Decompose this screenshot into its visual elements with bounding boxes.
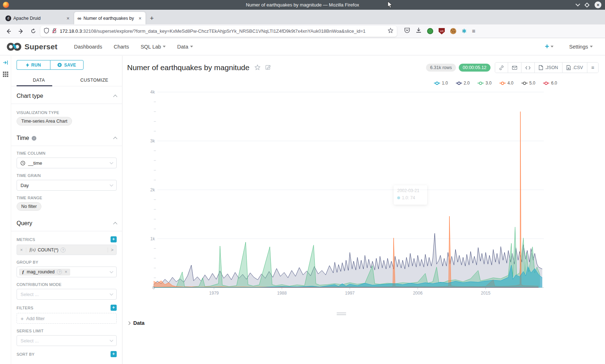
legend-label: 4.0: [507, 81, 514, 86]
time-grain-label: TIME GRAIN: [17, 173, 117, 178]
chevron-down-icon: [110, 338, 113, 342]
close-icon[interactable]: ×: [595, 1, 601, 8]
legend-marker-icon: [456, 82, 462, 85]
reload-button[interactable]: [28, 26, 38, 36]
brand-name: Superset: [24, 42, 57, 51]
remove-metric-icon[interactable]: ×: [17, 247, 26, 252]
legend-item[interactable]: 3.0: [478, 81, 492, 86]
time-column-value: __time: [28, 160, 42, 166]
save-button[interactable]: SAVE: [50, 60, 84, 70]
chevron-up-icon: [113, 137, 117, 141]
data-panel-toggle[interactable]: Data: [127, 320, 144, 326]
section-chart-type[interactable]: Chart type: [17, 86, 117, 104]
minimize-icon[interactable]: [575, 2, 580, 6]
ublock-extension-icon[interactable]: U0: [439, 28, 445, 35]
superset-logo[interactable]: Superset: [6, 42, 57, 51]
groupby-pill[interactable]: ƒ mag_rounded ? ×: [19, 269, 70, 276]
groupby-label: GROUP BY: [17, 260, 117, 264]
download-icon[interactable]: [416, 27, 422, 35]
time-range-pill[interactable]: No filter: [17, 202, 41, 211]
edit-pencil-icon[interactable]: [265, 64, 271, 71]
time-column-select[interactable]: __time: [17, 158, 117, 168]
time-column-label: TIME COLUMN: [17, 151, 117, 155]
chart-actions-group: .JSON .CSV ≡: [495, 62, 599, 73]
dataset-grid-icon[interactable]: [3, 72, 8, 78]
maximize-icon[interactable]: [584, 2, 590, 7]
remove-groupby-icon[interactable]: ×: [64, 269, 67, 274]
chart-main-area: Numer of earthquakes by magnitude 6.31k …: [122, 56, 605, 364]
copy-link-button[interactable]: [495, 63, 508, 73]
legend-item[interactable]: 1.0: [434, 81, 448, 86]
help-icon[interactable]: ?: [57, 269, 62, 274]
panel-resize-handle[interactable]: [337, 311, 346, 316]
file-x-icon: [566, 65, 571, 70]
chart-menu-button[interactable]: ≡: [587, 63, 598, 73]
container-extension-icon[interactable]: ✱: [462, 28, 466, 35]
add-filter-dropzone[interactable]: + Add filter: [17, 313, 117, 324]
add-metric-button[interactable]: +: [111, 236, 117, 242]
bookmark-star-icon[interactable]: [388, 28, 393, 35]
export-json-button[interactable]: .JSON: [535, 63, 563, 73]
legend-item[interactable]: 4.0: [499, 81, 514, 86]
cookie-extension-icon[interactable]: [450, 28, 456, 34]
legend-label: 2.0: [464, 81, 470, 86]
field-label: FILTERS: [17, 306, 33, 310]
metric-count-pill[interactable]: × f(x) COUNT(*) ? >: [17, 245, 117, 255]
contribution-mode-select[interactable]: Select ...: [17, 289, 117, 300]
tab-customize[interactable]: CUSTOMIZE: [67, 75, 122, 86]
viz-type-pill[interactable]: Time-series Area Chart: [17, 117, 72, 126]
pocket-icon[interactable]: [404, 27, 410, 35]
legend-marker-icon: [521, 82, 528, 85]
nav-charts[interactable]: Charts: [114, 44, 129, 50]
browser-menu-icon[interactable]: ≡: [472, 30, 475, 32]
caret-down-icon: [551, 46, 554, 47]
nav-settings[interactable]: Settings: [569, 44, 593, 50]
insecure-lock-icon[interactable]: [52, 28, 57, 35]
tab-close-icon[interactable]: ×: [66, 15, 70, 21]
section-title: Time: [17, 135, 29, 141]
series-limit-select[interactable]: Select ...: [17, 335, 117, 346]
filters-label: FILTERS+: [17, 305, 117, 311]
email-button[interactable]: [508, 63, 521, 73]
run-button[interactable]: RUN: [17, 60, 50, 70]
time-grain-select[interactable]: Day: [17, 180, 117, 191]
tab-superset-chart[interactable]: ∞ Numer of earthquakes by ×: [74, 12, 145, 24]
ghostery-extension-icon[interactable]: [427, 28, 433, 34]
back-button[interactable]: [4, 26, 14, 36]
legend-item[interactable]: 5.0: [521, 81, 535, 86]
url-bar[interactable]: 172.18.0.3:32108/superset/explore/?form_…: [40, 26, 397, 37]
select-placeholder: Select ...: [21, 338, 39, 343]
nav-label: SQL Lab: [140, 44, 161, 50]
query-timer-badge: 00:00:05.12: [459, 64, 490, 72]
tab-close-icon[interactable]: ×: [138, 15, 142, 21]
legend-item[interactable]: 6.0: [543, 81, 557, 86]
help-icon[interactable]: ?: [60, 247, 66, 252]
export-csv-button[interactable]: .CSV: [563, 63, 587, 73]
new-item-button[interactable]: +: [545, 42, 554, 51]
url-host: 172.18.0.3: [60, 28, 82, 34]
nav-data[interactable]: Data: [177, 44, 193, 50]
svg-text:2k: 2k: [150, 187, 155, 192]
timeseries-area-chart[interactable]: 01k2k3k4k19791988199720062015: [122, 89, 605, 305]
forward-button[interactable]: [16, 26, 26, 36]
url-text[interactable]: 172.18.0.3:32108/superset/explore/?form_…: [60, 28, 385, 34]
legend-item[interactable]: 2.0: [456, 81, 470, 86]
expand-panel-icon[interactable]: [3, 60, 8, 67]
embed-code-button[interactable]: [521, 63, 535, 73]
contribution-mode-label: CONTRIBUTION MODE: [17, 282, 117, 287]
add-filter-button[interactable]: +: [111, 305, 117, 311]
info-icon: i: [32, 136, 36, 141]
nav-dashboards[interactable]: Dashboards: [74, 44, 102, 50]
nav-sqllab[interactable]: SQL Lab: [140, 44, 166, 50]
new-tab-button[interactable]: +: [146, 14, 157, 24]
url-path: :32108/superset/explore/?form_data_key=K…: [82, 28, 366, 34]
expand-metric-icon[interactable]: >: [108, 247, 116, 252]
tab-data[interactable]: DATA: [11, 75, 67, 86]
add-sort-button[interactable]: +: [111, 351, 117, 357]
groupby-select[interactable]: ƒ mag_rounded ? ×: [17, 267, 117, 277]
section-query[interactable]: Query: [17, 211, 117, 231]
favorite-star-icon[interactable]: [255, 64, 260, 71]
tracking-shield-icon[interactable]: [44, 28, 49, 35]
section-time[interactable]: Time i: [17, 126, 117, 146]
tab-apache-druid[interactable]: d Apache Druid ×: [2, 12, 73, 24]
